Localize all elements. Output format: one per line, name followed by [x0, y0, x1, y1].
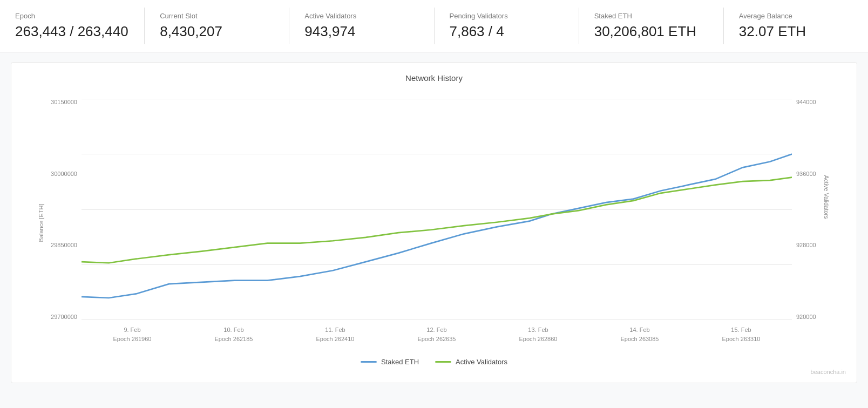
chart-legend: Staked ETH Active Validators	[17, 358, 851, 366]
active-validators-polyline	[82, 178, 792, 263]
y-right-tick: 920000	[796, 314, 816, 320]
legend-label: Active Validators	[456, 358, 507, 366]
stat-item-epoch: Epoch 263,443 / 263,440	[0, 8, 145, 44]
y-right-tick: 936000	[796, 171, 816, 177]
legend-line	[435, 361, 451, 363]
chart-container: Network History Balance [ETH] 3015000030…	[11, 62, 857, 383]
stat-value: 263,443 / 263,440	[15, 23, 129, 40]
chart-wrapper: Balance [ETH] 30150000300000002985000029…	[17, 93, 851, 352]
stat-label: Current Slot	[160, 12, 274, 20]
x-label: 15. FebEpoch 263310	[722, 325, 761, 343]
stat-label: Pending Validators	[450, 12, 564, 20]
legend-line	[361, 361, 377, 363]
watermark: beaconcha.in	[17, 369, 851, 377]
staked-eth-polyline	[82, 154, 792, 298]
stat-item-pending-validators: Pending Validators 7,863 / 4	[435, 8, 579, 44]
chart-svg	[82, 99, 792, 320]
stat-label: Average Balance	[739, 12, 853, 20]
legend-item: Staked ETH	[361, 358, 419, 366]
x-label: 13. FebEpoch 262860	[519, 325, 558, 343]
y-right-tick: 944000	[796, 99, 816, 105]
x-label: 14. FebEpoch 263085	[621, 325, 659, 343]
stat-label: Staked ETH	[594, 12, 708, 20]
y-left-tick: 30150000	[51, 99, 77, 105]
y-left-tick: 30000000	[51, 171, 77, 177]
y-axis-right: 944000936000928000920000	[792, 93, 835, 352]
y-left-tick: 29850000	[51, 242, 77, 248]
stats-bar: Epoch 263,443 / 263,440 Current Slot 8,4…	[0, 0, 868, 52]
stat-value: 8,430,207	[160, 23, 274, 40]
chart-area: 9. FebEpoch 26196010. FebEpoch 26218511.…	[82, 93, 792, 352]
stat-value: 30,206,801 ETH	[594, 23, 708, 40]
stat-item-staked-eth: Staked ETH 30,206,801 ETH	[579, 8, 724, 44]
stat-value: 943,974	[304, 23, 418, 40]
x-label: 10. FebEpoch 262185	[215, 325, 253, 343]
stat-label: Epoch	[15, 12, 129, 20]
x-label: 12. FebEpoch 262635	[418, 325, 456, 343]
stat-item-current-slot: Current Slot 8,430,207	[145, 8, 289, 44]
x-axis-labels: 9. FebEpoch 26196010. FebEpoch 26218511.…	[82, 321, 792, 352]
y-left-tick: 29700000	[51, 314, 77, 320]
y-axis-left-title: Balance [ETH]	[38, 204, 44, 242]
stat-item-active-validators: Active Validators 943,974	[289, 8, 434, 44]
chart-title: Network History	[17, 73, 851, 83]
y-axis-right-title: Active Validators	[823, 175, 829, 219]
stat-value: 7,863 / 4	[450, 23, 564, 40]
stat-item-average-balance: Average Balance 32.07 ETH	[724, 8, 868, 44]
legend-item: Active Validators	[435, 358, 507, 366]
stat-value: 32.07 ETH	[739, 23, 853, 40]
x-label: 9. FebEpoch 261960	[113, 325, 152, 343]
y-right-tick: 928000	[796, 242, 816, 248]
x-label: 11. FebEpoch 262410	[316, 325, 355, 343]
stat-label: Active Validators	[304, 12, 418, 20]
legend-label: Staked ETH	[381, 358, 419, 366]
